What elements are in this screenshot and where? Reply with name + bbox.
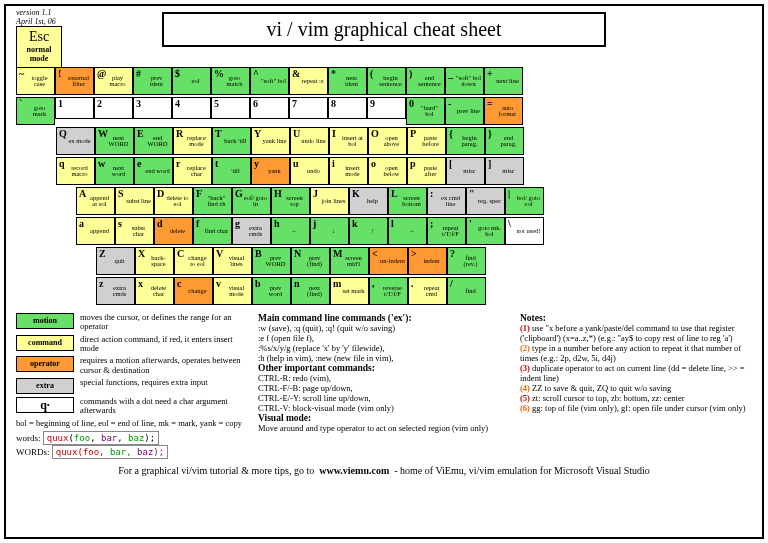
key-}: }end parag. xyxy=(485,127,524,155)
key-3: 3 xyxy=(133,97,172,119)
key-w: wnext word xyxy=(95,157,134,185)
key-,: ,reverse t/T/f/F xyxy=(369,277,408,305)
key-O: Oopen above xyxy=(368,127,407,155)
page-title: vi / vim graphical cheat sheet xyxy=(162,12,606,47)
legend-qdot: q· xyxy=(16,397,74,413)
key-I: Iinsert at bol xyxy=(329,127,368,155)
key-G: Geof/ goto ln xyxy=(232,187,271,215)
key-%: %goto match xyxy=(211,67,250,95)
key-Z: Zquit xyxy=(96,247,135,275)
key-$: $eol xyxy=(172,67,211,95)
key-(: (begin sentence xyxy=(367,67,406,95)
key-X: Xback-space xyxy=(135,247,174,275)
key-Y: Yyank line xyxy=(251,127,290,155)
key-d: ddelete xyxy=(154,217,193,245)
legend-extra: extra xyxy=(16,378,74,394)
key-r: rreplace char xyxy=(173,157,212,185)
key-): )end sentence xyxy=(406,67,445,95)
key-S: Ssubst line xyxy=(115,187,154,215)
key-0: 0"hard" bol xyxy=(406,97,445,125)
key-Q: Qex mode xyxy=(56,127,95,155)
words-example: quux(foo, bar, baz); xyxy=(43,431,159,445)
key-q: qrecord macro xyxy=(56,157,95,185)
key-<: <un-indent xyxy=(369,247,408,275)
key-L: Lscreen bottom xyxy=(388,187,427,215)
key-U: Uundo line xyxy=(290,127,329,155)
key--: -prev line xyxy=(445,97,484,125)
notes: Notes: (1) use "x before a yank/paste/de… xyxy=(520,313,750,459)
command-reference: Main command line commands ('ex'): :w (s… xyxy=(258,313,508,459)
key-i: iinsert mode xyxy=(329,157,368,185)
key-h: h← xyxy=(271,217,310,245)
key-V: Vvisual lines xyxy=(213,247,252,275)
key-&: &repeat :s xyxy=(289,67,328,95)
key-n: nnext (find) xyxy=(291,277,330,305)
key-^: ^"soft" bol xyxy=(250,67,289,95)
key-|: |bol/ goto col xyxy=(505,187,544,215)
key-t: t'till xyxy=(212,157,251,185)
key-;: ;repeat t/T/f/F xyxy=(427,217,466,245)
key-5: 5 xyxy=(211,97,250,119)
legend-operator: operator xyxy=(16,356,74,372)
key-R: Rreplace mode xyxy=(173,127,212,155)
version-info: version 1.1April 1st, 06 xyxy=(16,8,56,26)
key-~: ~toggle case xyxy=(16,67,55,95)
key-!: !external filter xyxy=(55,67,94,95)
key-z: zextra cmds xyxy=(96,277,135,305)
key-8: 8 xyxy=(328,97,367,119)
key-o: oopen below xyxy=(368,157,407,185)
key-#: #prev ident xyxy=(133,67,172,95)
key-@: @play macro xyxy=(94,67,133,95)
key-{: {begin parag. xyxy=(446,127,485,155)
key-J: Jjoin lines xyxy=(310,187,349,215)
legend-motion: motion xyxy=(16,313,74,329)
key-2: 2 xyxy=(94,97,133,119)
key-9: 9 xyxy=(367,97,406,119)
key-K: Khelp xyxy=(349,187,388,215)
key-4: 4 xyxy=(172,97,211,119)
key-x: xdelete char xyxy=(135,277,174,305)
key-': 'goto mk. bol xyxy=(466,217,505,245)
key-v: vvisual mode xyxy=(213,277,252,305)
key-?: ?find (rev.) xyxy=(447,247,486,275)
key-m: mset mark xyxy=(330,277,369,305)
key-g: gextra cmds xyxy=(232,217,271,245)
key-7: 7 xyxy=(289,97,328,119)
key-c: cchange xyxy=(174,277,213,305)
key-\: \not used! xyxy=(505,217,544,245)
keyboard-grid: ~toggle case!external filter@play macro#… xyxy=(16,67,752,305)
key-:: :ex cmd line xyxy=(427,187,466,215)
key-[: [misc xyxy=(446,157,485,185)
key-f: ffind char xyxy=(193,217,232,245)
key-H: Hscreen top xyxy=(271,187,310,215)
key-D: Ddelete to eol xyxy=(154,187,193,215)
key-/: /find xyxy=(447,277,486,305)
key-P: Ppaste before xyxy=(407,127,446,155)
key-e: eend word xyxy=(134,157,173,185)
key-_: _"soft" bol down xyxy=(445,67,484,95)
footer: For a graphical vi/vim tutorial & more t… xyxy=(16,465,752,476)
key-k: k↑ xyxy=(349,217,388,245)
legend: motionmoves the cursor, or defines the r… xyxy=(16,313,752,459)
key-1: 1 xyxy=(55,97,94,119)
key-.: .repeat cmd xyxy=(408,277,447,305)
key-M: Mscreen mid'l xyxy=(330,247,369,275)
legend-command: command xyxy=(16,335,74,351)
key-F: F"back" find ch xyxy=(193,187,232,215)
key-A: Aappend at eol xyxy=(76,187,115,215)
key-]: ]misc xyxy=(485,157,524,185)
key-j: j↓ xyxy=(310,217,349,245)
key-s: ssubst char xyxy=(115,217,154,245)
WORDs-example: quux(foo, bar, baz); xyxy=(52,445,168,459)
key-y: yyank xyxy=(251,157,290,185)
key-+: +next line xyxy=(484,67,523,95)
cheatsheet-frame: version 1.1April 1st, 06 vi / vim graphi… xyxy=(4,4,764,539)
key-W: Wnext WORD xyxy=(95,127,134,155)
key->: >indent xyxy=(408,247,447,275)
key-*: *next ident xyxy=(328,67,367,95)
key-u: uundo xyxy=(290,157,329,185)
key-`: `goto mark xyxy=(16,97,55,125)
key-B: Bprev WORD xyxy=(252,247,291,275)
key-C: Cchange to eol xyxy=(174,247,213,275)
key-l: l→ xyxy=(388,217,427,245)
